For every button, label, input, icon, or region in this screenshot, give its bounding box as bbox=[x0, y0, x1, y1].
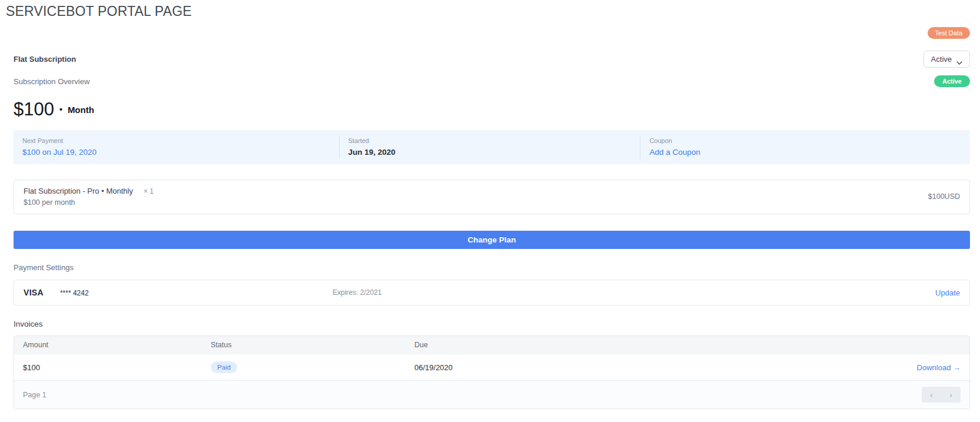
plan-item-description: $100 per month bbox=[24, 198, 154, 207]
next-payment-value: $100 on Jul 19, 2020 bbox=[22, 148, 339, 157]
coupon-cell: Coupon Add a Coupon bbox=[640, 135, 970, 159]
price-separator: • bbox=[59, 105, 62, 114]
invoices-heading: Invoices bbox=[14, 320, 970, 328]
portal-content: Test Data Flat Subscription Active Subsc… bbox=[0, 27, 980, 422]
update-card-link[interactable]: Update bbox=[935, 288, 960, 297]
started-label: Started bbox=[348, 137, 640, 144]
column-header-status: Status bbox=[211, 341, 414, 349]
subscription-summary-bar: Next Payment $100 on Jul 19, 2020 Starte… bbox=[14, 130, 970, 164]
card-brand-visa: VISA bbox=[24, 288, 44, 297]
column-header-actions bbox=[890, 341, 961, 349]
invoice-row: $100 Paid 06/19/2020 Download → bbox=[14, 354, 969, 380]
invoices-table-header: Amount Status Due bbox=[14, 336, 969, 354]
coupon-label: Coupon bbox=[649, 137, 970, 144]
next-payment-cell: Next Payment $100 on Jul 19, 2020 bbox=[14, 135, 339, 159]
plan-item-details: Flat Subscription - Pro • Monthly × 1 $1… bbox=[24, 187, 154, 207]
pagination: ‹ › bbox=[922, 387, 961, 403]
invoice-amount: $100 bbox=[23, 363, 211, 372]
testdata-row: Test Data bbox=[14, 27, 970, 39]
invoice-status-badge: Paid bbox=[211, 361, 237, 373]
column-header-amount: Amount bbox=[23, 341, 211, 349]
column-header-due: Due bbox=[414, 341, 890, 349]
payment-settings-heading: Payment Settings bbox=[14, 263, 970, 272]
change-plan-button[interactable]: Change Plan bbox=[14, 231, 970, 249]
overview-row: Subscription Overview Active bbox=[14, 75, 970, 87]
payment-method-card: VISA **** 4242 Expires: 2/2021 Update bbox=[14, 280, 970, 305]
card-number: **** 4242 bbox=[60, 289, 89, 297]
invoices-table: Amount Status Due $100 Paid 06/19/2020 D… bbox=[14, 335, 970, 409]
invoice-due-date: 06/19/2020 bbox=[414, 363, 890, 372]
status-dropdown[interactable]: Active bbox=[923, 51, 970, 68]
page-indicator: Page 1 bbox=[23, 391, 46, 399]
status-badge: Active bbox=[934, 75, 970, 87]
subscription-name: Flat Subscription bbox=[14, 55, 76, 64]
next-page-icon[interactable]: › bbox=[941, 387, 961, 403]
plan-line-item: Flat Subscription - Pro • Monthly × 1 $1… bbox=[14, 180, 970, 214]
started-cell: Started Jun 19, 2020 bbox=[339, 135, 640, 159]
plan-item-header: Flat Subscription - Pro • Monthly × 1 bbox=[24, 187, 154, 195]
plan-header-row: Flat Subscription Active bbox=[14, 51, 970, 68]
plan-item-total: $100USD bbox=[928, 192, 960, 201]
card-identity: VISA **** 4242 bbox=[24, 288, 333, 297]
test-data-badge: Test Data bbox=[928, 27, 970, 39]
status-dropdown-value: Active bbox=[931, 55, 952, 64]
page-title: SERVICEBOT PORTAL PAGE bbox=[6, 4, 980, 19]
prev-page-icon[interactable]: ‹ bbox=[922, 387, 941, 403]
started-value: Jun 19, 2020 bbox=[348, 148, 640, 157]
invoices-table-footer: Page 1 ‹ › bbox=[14, 380, 969, 408]
next-payment-label: Next Payment bbox=[22, 137, 339, 144]
price-interval: Month bbox=[68, 105, 94, 115]
overview-label: Subscription Overview bbox=[14, 77, 89, 86]
plan-item-name: Flat Subscription - Pro • Monthly bbox=[24, 187, 133, 195]
price-row: $100 • Month bbox=[14, 99, 970, 120]
plan-item-quantity: × 1 bbox=[144, 187, 154, 195]
chevron-down-icon bbox=[956, 58, 962, 61]
card-expiry: Expires: 2/2021 bbox=[333, 288, 935, 297]
invoice-download-link[interactable]: Download → bbox=[917, 363, 961, 372]
add-coupon-link[interactable]: Add a Coupon bbox=[649, 148, 970, 157]
price-amount: $100 bbox=[14, 99, 54, 120]
